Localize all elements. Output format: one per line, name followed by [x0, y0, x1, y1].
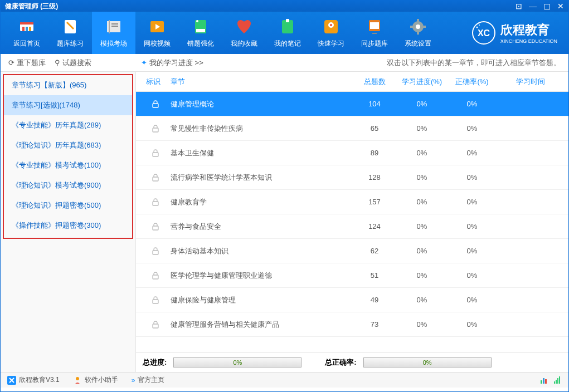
sidebar-item[interactable]: 章节练习【新版】(965)	[4, 75, 132, 95]
svg-text:XC: XC	[478, 28, 490, 38]
toolbar-favorite[interactable]: 我的收藏	[222, 12, 266, 54]
svg-point-36	[76, 377, 79, 380]
toolbar-practice[interactable]: 题库练习	[48, 12, 92, 54]
sidebar-item[interactable]: 《理论知识》历年真题(683)	[4, 135, 132, 155]
total-accuracy-bar: 0%	[363, 357, 492, 367]
cell-chapter: 基本卫生保健	[165, 148, 352, 158]
table-row[interactable]: 身体活动基本知识620%0%	[136, 239, 568, 263]
svg-rect-41	[556, 380, 557, 384]
lock-icon	[140, 198, 165, 207]
signal-icon[interactable]	[553, 376, 562, 385]
cell-chapter: 医学伦理学与健康管理职业道德	[165, 271, 352, 281]
cell-total: 104	[352, 100, 397, 108]
toolbar-sync[interactable]: 同步题库	[353, 12, 396, 54]
search-questions[interactable]: ⚲ 试题搜索	[55, 58, 91, 68]
refresh-icon: ⟳	[8, 58, 14, 67]
table-row[interactable]: 基本卫生保健890%0%	[136, 141, 568, 165]
pin-icon[interactable]: ⊡	[515, 2, 522, 11]
sidebar-item[interactable]: 《理论知识》模考试卷(900)	[4, 175, 132, 195]
th-time: 学习时间	[497, 77, 564, 87]
toolbar-quick[interactable]: 快速学习	[309, 12, 353, 54]
cell-chapter: 营养与食品安全	[165, 222, 352, 232]
table-row[interactable]: 常见慢性非传染性疾病650%0%	[136, 116, 568, 141]
search-icon: ⚲	[55, 58, 60, 67]
table-row[interactable]: 健康教育学1570%0%	[136, 190, 568, 214]
svg-rect-30	[153, 226, 158, 230]
table-row[interactable]: 健康保险与健康管理490%0%	[136, 288, 568, 312]
svg-rect-43	[559, 376, 560, 384]
cell-progress: 0%	[397, 198, 447, 206]
svg-rect-33	[153, 300, 158, 303]
statusbar: 欣程教育V3.1 软件小助手 » 官方主页	[1, 372, 568, 388]
close-icon[interactable]: ✕	[557, 2, 564, 11]
lock-icon	[140, 222, 165, 231]
table-row[interactable]: 医学伦理学与健康管理职业道德510%0%	[136, 263, 568, 288]
table-row[interactable]: 健康管理概论1040%0%	[136, 92, 568, 116]
toolbar-home[interactable]: 返回首页	[5, 12, 48, 54]
status-app[interactable]: 欣程教育V3.1	[7, 375, 60, 385]
cell-chapter: 健康保险与健康管理	[165, 295, 352, 305]
sidebar-item[interactable]: 《理论知识》押题密卷(500)	[4, 195, 132, 215]
svg-rect-25	[153, 104, 158, 107]
svg-rect-32	[153, 275, 158, 279]
status-helper[interactable]: 软件小助手	[73, 375, 118, 385]
toolbar-notes[interactable]: 我的笔记	[266, 12, 309, 54]
table-row[interactable]: 营养与食品安全1240%0%	[136, 214, 568, 239]
lock-icon	[140, 149, 165, 158]
toolbar-video[interactable]: 网校视频	[135, 12, 179, 54]
content: 标识 章节 总题数 学习进度(%) 正确率(%) 学习时间 健康管理概论1040…	[136, 72, 568, 372]
cell-progress: 0%	[397, 271, 447, 280]
table-row[interactable]: 健康管理服务营销与相关健康产品730%0%	[136, 312, 568, 337]
th-sign: 标识	[140, 77, 165, 87]
sub-toolbar: ⟳ 重下题库 ⚲ 试题搜索 ✦ 我的学习进度 >> 双击以下列表中的某一章节，即…	[1, 54, 568, 72]
exam-icon	[105, 18, 123, 36]
home-icon	[18, 18, 36, 36]
th-total: 总题数	[352, 77, 397, 87]
sidebar-item[interactable]: 章节练习[选做](1748)	[4, 95, 132, 115]
reload-questions[interactable]: ⟳ 重下题库	[8, 58, 46, 68]
cell-total: 128	[352, 173, 397, 182]
chart-icon[interactable]	[539, 376, 548, 385]
cell-total: 124	[352, 222, 397, 231]
table-row[interactable]: 流行病学和医学统计学基本知识1280%0%	[136, 165, 568, 190]
toolbar-errors[interactable]: 错题强化	[179, 12, 222, 54]
sidebar-item[interactable]: 《操作技能》押题密卷(300)	[4, 215, 132, 236]
minimize-icon[interactable]: —	[529, 2, 537, 11]
cell-accuracy: 0%	[447, 296, 497, 304]
main-toolbar: 返回首页 题库练习 模拟考场 网校视频 错题强化 我的收藏 我的笔记 快速学习 …	[1, 12, 568, 54]
cell-chapter: 健康管理概论	[165, 99, 352, 109]
cell-progress: 0%	[397, 296, 447, 304]
sidebar: 章节练习【新版】(965) 章节练习[选做](1748) 《专业技能》历年真题(…	[1, 72, 136, 372]
sidebar-item[interactable]: 《专业技能》模考试卷(100)	[4, 155, 132, 175]
maximize-icon[interactable]: ▢	[543, 2, 551, 11]
cell-chapter: 健康管理服务营销与相关健康产品	[165, 320, 352, 330]
svg-rect-18	[370, 22, 379, 29]
notes-icon	[279, 18, 296, 36]
cell-chapter: 健康教育学	[165, 197, 352, 207]
toolbar-exam[interactable]: 模拟考场	[92, 12, 135, 54]
cell-progress: 0%	[397, 222, 447, 231]
cell-total: 51	[352, 271, 397, 280]
cell-progress: 0%	[397, 173, 447, 182]
toolbar-settings[interactable]: 系统设置	[396, 12, 440, 54]
total-accuracy-label: 总正确率:	[325, 357, 356, 367]
main-area: 章节练习【新版】(965) 章节练习[选做](1748) 《专业技能》历年真题(…	[1, 72, 568, 372]
total-progress-bar: 0%	[173, 357, 301, 367]
table-body: 健康管理概论1040%0%常见慢性非传染性疾病650%0%基本卫生保健890%0…	[136, 92, 568, 352]
cell-progress: 0%	[397, 149, 447, 157]
th-accuracy: 正确率(%)	[447, 77, 497, 87]
cell-total: 65	[352, 124, 397, 133]
chevron-icon: »	[132, 376, 135, 384]
sync-icon	[366, 18, 383, 36]
settings-icon	[409, 18, 427, 36]
pin-icon: ✦	[141, 58, 147, 67]
my-progress[interactable]: ✦ 我的学习进度 >>	[141, 58, 203, 68]
lock-icon	[140, 247, 165, 256]
svg-rect-38	[543, 378, 544, 384]
lock-icon	[140, 320, 165, 329]
th-progress: 学习进度(%)	[397, 77, 447, 87]
sidebar-item[interactable]: 《专业技能》历年真题(289)	[4, 115, 132, 135]
errors-icon	[192, 18, 210, 36]
cell-total: 157	[352, 198, 397, 206]
status-homepage[interactable]: » 官方主页	[132, 375, 165, 385]
